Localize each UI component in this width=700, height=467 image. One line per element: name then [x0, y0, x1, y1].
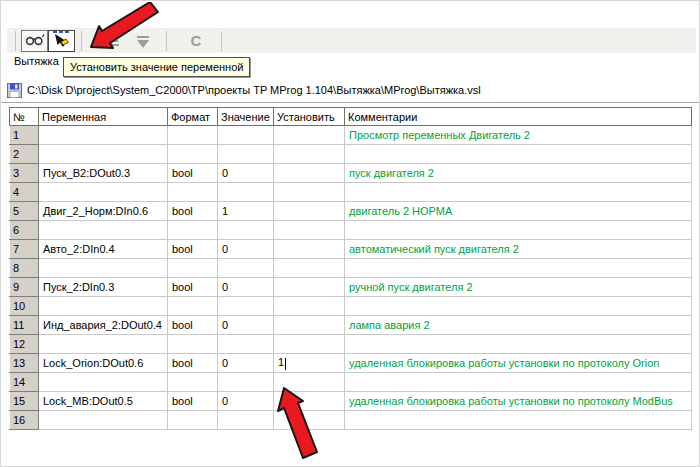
cell-fmt[interactable]	[168, 221, 218, 240]
cell-val[interactable]	[218, 145, 274, 164]
cell-set[interactable]	[274, 411, 345, 430]
watch-variables-button[interactable]	[21, 30, 48, 52]
cell-set[interactable]	[274, 221, 345, 240]
cell-comment[interactable]: автоматический пуск двигателя 2	[345, 240, 692, 259]
move-down-button[interactable]	[132, 31, 154, 51]
cell-fmt[interactable]: bool	[168, 164, 218, 183]
cell-fmt[interactable]: bool	[168, 392, 218, 411]
cell-set[interactable]	[274, 202, 345, 221]
cell-var[interactable]: Lock_MB:DOut0.5	[39, 392, 168, 411]
tooltip-set-variable-value: Установить значение переменной	[63, 57, 250, 77]
cell-set[interactable]	[274, 164, 345, 183]
cell-set[interactable]	[274, 145, 345, 164]
table-row: 5Двиг_2_Норм:DIn0.6bool1двигатель 2 НОРМ…	[10, 202, 692, 221]
cell-comment[interactable]	[345, 411, 692, 430]
cell-var[interactable]	[39, 183, 168, 202]
cell-comment[interactable]	[345, 221, 692, 240]
cell-var[interactable]: Пуск_2:DIn0.3	[39, 278, 168, 297]
cell-var[interactable]	[39, 126, 168, 145]
cell-val[interactable]: 0	[218, 392, 274, 411]
cell-comment[interactable]: удаленная блокировка работы установки по…	[345, 392, 692, 411]
cell-comment[interactable]	[345, 145, 692, 164]
cell-val[interactable]	[218, 259, 274, 278]
cell-fmt[interactable]	[168, 183, 218, 202]
cell-comment[interactable]: лампа авария 2	[345, 316, 692, 335]
cell-comment[interactable]	[345, 297, 692, 316]
cell-set[interactable]	[274, 126, 345, 145]
cell-var[interactable]	[39, 411, 168, 430]
cell-val[interactable]	[218, 183, 274, 202]
cell-var[interactable]	[39, 297, 168, 316]
table-row: 3Пуск_В2:DOut0.3bool0пуск двигателя 2	[10, 164, 692, 183]
cell-set[interactable]	[274, 392, 345, 411]
cell-set[interactable]	[274, 373, 345, 392]
cell-rownum: 3	[10, 164, 39, 183]
cell-comment[interactable]	[345, 183, 692, 202]
cell-val[interactable]: 0	[218, 164, 274, 183]
cell-fmt[interactable]	[168, 145, 218, 164]
cell-val[interactable]: 0	[218, 316, 274, 335]
cell-val[interactable]: 0	[218, 240, 274, 259]
move-up-button[interactable]	[102, 31, 124, 51]
cell-set[interactable]	[274, 335, 345, 354]
cell-comment[interactable]: удаленная блокировка работы установки по…	[345, 354, 692, 373]
cell-val[interactable]	[218, 126, 274, 145]
cell-val[interactable]: 1	[218, 202, 274, 221]
cell-set[interactable]	[274, 278, 345, 297]
cell-fmt[interactable]	[168, 297, 218, 316]
cell-set[interactable]: 1	[274, 354, 345, 373]
cell-var[interactable]: Инд_авария_2:DOut0.4	[39, 316, 168, 335]
cell-var[interactable]	[39, 335, 168, 354]
cell-set[interactable]	[274, 183, 345, 202]
toolbar-separator	[15, 31, 16, 51]
col-header-comment: Комментарии	[345, 108, 692, 126]
cell-fmt[interactable]: bool	[168, 202, 218, 221]
set-variable-value-button[interactable]	[48, 30, 75, 52]
cell-fmt[interactable]: bool	[168, 240, 218, 259]
cell-rownum: 5	[10, 202, 39, 221]
cell-fmt[interactable]: bool	[168, 354, 218, 373]
cell-comment[interactable]: Просмотр переменных Двигатель 2	[345, 126, 692, 145]
cell-var[interactable]: Lock_Orion:DOut0.6	[39, 354, 168, 373]
cell-comment[interactable]: двигатель 2 НОРМА	[345, 202, 692, 221]
cell-comment[interactable]	[345, 335, 692, 354]
cell-val[interactable]	[218, 335, 274, 354]
cell-fmt[interactable]: bool	[168, 316, 218, 335]
cell-rownum: 13	[10, 354, 39, 373]
variables-grid: № Переменная Формат Значение Установить …	[9, 107, 692, 430]
cell-val[interactable]	[218, 297, 274, 316]
cell-fmt[interactable]: bool	[168, 278, 218, 297]
cell-fmt[interactable]	[168, 373, 218, 392]
cell-rownum: 4	[10, 183, 39, 202]
table-row: 9Пуск_2:DIn0.3bool0ручной пуск двигателя…	[10, 278, 692, 297]
cell-comment[interactable]: ручной пуск двигателя 2	[345, 278, 692, 297]
cell-set[interactable]	[274, 316, 345, 335]
text-caret	[285, 358, 286, 370]
cell-comment[interactable]: пуск двигателя 2	[345, 164, 692, 183]
cell-val[interactable]	[218, 373, 274, 392]
cell-val[interactable]: 0	[218, 278, 274, 297]
cell-fmt[interactable]	[168, 335, 218, 354]
cell-fmt[interactable]	[168, 411, 218, 430]
cell-val[interactable]	[218, 221, 274, 240]
cell-var[interactable]	[39, 221, 168, 240]
cell-var[interactable]: Двиг_2_Норм:DIn0.6	[39, 202, 168, 221]
cell-rownum: 11	[10, 316, 39, 335]
cell-var[interactable]	[39, 259, 168, 278]
cell-comment[interactable]	[345, 259, 692, 278]
cell-set[interactable]	[274, 240, 345, 259]
cell-fmt[interactable]	[168, 126, 218, 145]
tab-vytyazhka[interactable]: Вытяжка	[14, 55, 59, 67]
cell-var[interactable]	[39, 145, 168, 164]
cell-var[interactable]: Пуск_В2:DOut0.3	[39, 164, 168, 183]
cell-set[interactable]	[274, 259, 345, 278]
cell-val[interactable]: 0	[218, 354, 274, 373]
cell-fmt[interactable]	[168, 259, 218, 278]
cell-comment[interactable]	[345, 373, 692, 392]
refresh-button[interactable]: C	[185, 31, 207, 51]
cell-var[interactable]: Авто_2:DIn0.4	[39, 240, 168, 259]
cell-val[interactable]	[218, 411, 274, 430]
table-row: 10	[10, 297, 692, 316]
cell-var[interactable]	[39, 373, 168, 392]
cell-set[interactable]	[274, 297, 345, 316]
